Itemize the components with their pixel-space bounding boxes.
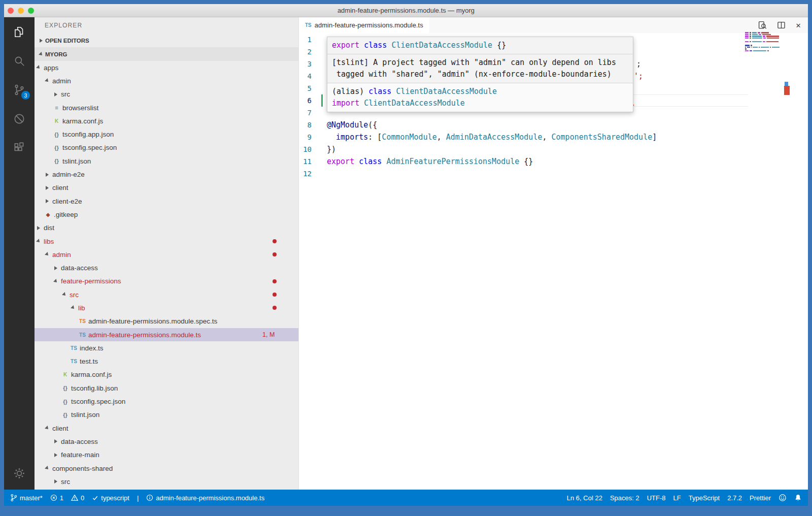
- folder-src[interactable]: src: [35, 475, 298, 488]
- file-tsconfig.lib.json[interactable]: {}tsconfig.lib.json: [35, 381, 298, 395]
- workspace-section[interactable]: MYORG: [35, 47, 298, 61]
- line-content: [312, 46, 327, 58]
- folder-feature-permissions[interactable]: feature-permissions: [35, 275, 298, 288]
- split-editor-icon[interactable]: [777, 21, 786, 29]
- status-cursor-position[interactable]: Ln 6, Col 22: [567, 494, 602, 502]
- tab-active-file[interactable]: TS admin-feature-permissions.module.ts: [299, 17, 429, 33]
- code-line-11[interactable]: 11export class AdminFeaturePermissionsMo…: [299, 155, 808, 168]
- tree-item-label: browserslist: [62, 104, 98, 112]
- code-line-9[interactable]: 9 imports: [CommonModule, AdminDataAcces…: [299, 131, 808, 143]
- close-window-button[interactable]: [8, 8, 14, 14]
- code-line-8[interactable]: 8@NgModule({: [299, 119, 808, 131]
- hover-signature: export class ClientDataAccessModule {}: [327, 37, 633, 54]
- chevron-collapsed-icon: [52, 437, 60, 445]
- status-error-count[interactable]: 1: [50, 494, 63, 502]
- folder-admin[interactable]: admin: [35, 74, 298, 87]
- status-label: Prettier: [750, 494, 771, 502]
- folder-lib[interactable]: lib: [35, 301, 298, 314]
- explorer-icon[interactable]: [4, 17, 35, 46]
- smiley-icon: [779, 494, 787, 502]
- folder-client[interactable]: client: [35, 422, 298, 435]
- overview-ruler-change-marker: [785, 82, 788, 86]
- chevron-expanded-icon: [43, 250, 51, 259]
- search-icon[interactable]: [4, 46, 35, 75]
- braces-file-icon: {}: [60, 399, 70, 405]
- file-index.ts[interactable]: TSindex.ts: [35, 341, 298, 354]
- file-test.ts[interactable]: TStest.ts: [35, 355, 298, 368]
- problem-dot-badge: [273, 279, 277, 283]
- status-feedback[interactable]: [779, 494, 787, 502]
- traffic-lights: [8, 8, 34, 14]
- file-tslint.json[interactable]: {}tslint.json: [35, 154, 298, 168]
- folder-apps[interactable]: apps: [35, 61, 298, 74]
- minimize-window-button[interactable]: [18, 8, 24, 14]
- settings-gear-icon[interactable]: [4, 457, 35, 490]
- file-admin-feature-permissions.module.spec.ts[interactable]: TSadmin-feature-permissions.module.spec.…: [35, 315, 298, 328]
- tree-item-label: libs: [44, 238, 54, 245]
- ts-file-icon: TS: [78, 332, 87, 338]
- folder-data-access[interactable]: data-access: [35, 261, 298, 274]
- file-karma.conf.js[interactable]: Kkarma.conf.js: [35, 114, 298, 127]
- open-editors-section[interactable]: OPEN EDITORS: [35, 34, 298, 47]
- status-encoding[interactable]: UTF-8: [647, 494, 666, 502]
- hover-alias: (alias) class ClientDataAccessModuleimpo…: [327, 83, 633, 112]
- file-.gitkeep[interactable]: ◆.gitkeep: [35, 208, 298, 221]
- folder-libs[interactable]: libs: [35, 235, 298, 248]
- file-tslint.json[interactable]: {}tslint.json: [35, 408, 298, 422]
- tree-item-label: tsconfig.app.json: [62, 131, 114, 138]
- folder-client[interactable]: client: [35, 181, 298, 195]
- problem-dot-badge: [273, 252, 277, 256]
- file-tsconfig.spec.json[interactable]: {}tsconfig.spec.json: [35, 395, 298, 408]
- git-file-icon: ◆: [43, 212, 53, 217]
- tree-item-label: feature-permissions: [61, 277, 121, 285]
- folder-components-shared[interactable]: components-shared: [35, 462, 298, 475]
- tree-item-label: lib: [78, 304, 85, 312]
- chevron-expanded-icon: [43, 424, 51, 432]
- minimap[interactable]: [745, 32, 780, 54]
- covered-code-fragment: ';: [634, 70, 643, 82]
- close-editor-icon[interactable]: ✕: [796, 21, 801, 29]
- file-browserslist[interactable]: ≡browserslist: [35, 101, 298, 114]
- tree-item-label: index.ts: [80, 344, 104, 352]
- status-warning-count[interactable]: 0: [71, 494, 84, 502]
- extensions-icon[interactable]: [4, 133, 35, 162]
- status-ts-version[interactable]: 2.7.2: [727, 494, 742, 502]
- source-control-icon[interactable]: 3: [4, 75, 35, 104]
- status-notifications[interactable]: [794, 494, 802, 502]
- folder-client-e2e[interactable]: client-e2e: [35, 195, 298, 208]
- file-karma.conf.js[interactable]: Kkarma.conf.js: [35, 368, 298, 381]
- status-typescript-status[interactable]: typescript: [92, 494, 129, 502]
- status-indentation[interactable]: Spaces: 2: [610, 494, 639, 502]
- status-language-mode[interactable]: TypeScript: [689, 494, 720, 502]
- status-git-branch[interactable]: master*: [10, 494, 43, 502]
- line-number: 10: [299, 143, 312, 155]
- folder-admin[interactable]: admin: [35, 248, 298, 261]
- folder-src[interactable]: src: [35, 88, 298, 101]
- status-prettier[interactable]: Prettier: [750, 494, 771, 502]
- code-line-10[interactable]: 10}): [299, 143, 808, 155]
- folder-dist[interactable]: dist: [35, 221, 298, 235]
- file-tsconfig.spec.json[interactable]: {}tsconfig.spec.json: [35, 141, 298, 154]
- code-line-12[interactable]: 12: [299, 168, 808, 180]
- chevron-right-icon: [37, 37, 45, 45]
- folder-admin-e2e[interactable]: admin-e2e: [35, 168, 298, 181]
- editor-group: TS admin-feature-permissions.module.ts ✕…: [298, 17, 808, 490]
- file-tsconfig.app.json[interactable]: {}tsconfig.app.json: [35, 127, 298, 141]
- debug-icon[interactable]: [4, 104, 35, 133]
- status-separator: |: [137, 494, 139, 502]
- folder-feature-main[interactable]: feature-main: [35, 448, 298, 462]
- status-eol[interactable]: LF: [673, 494, 681, 502]
- tree-item-label: admin: [52, 251, 71, 259]
- folder-data-access[interactable]: data-access: [35, 435, 298, 448]
- chevron-collapsed-icon: [52, 451, 60, 459]
- folder-src[interactable]: src: [35, 288, 298, 301]
- chevron-collapsed-icon: [43, 171, 51, 179]
- chevron-expanded-icon: [35, 237, 43, 245]
- status-active-file-problems[interactable]: admin-feature-permissions.module.ts: [146, 494, 264, 502]
- file-admin-feature-permissions.module.ts[interactable]: TSadmin-feature-permissions.module.ts1, …: [35, 328, 298, 341]
- open-changes-icon[interactable]: [758, 21, 767, 29]
- zoom-window-button[interactable]: [28, 8, 34, 14]
- line-content: [312, 58, 327, 70]
- line-content: export class AdminFeaturePermissionsModu…: [312, 155, 533, 168]
- status-label: LF: [673, 494, 681, 502]
